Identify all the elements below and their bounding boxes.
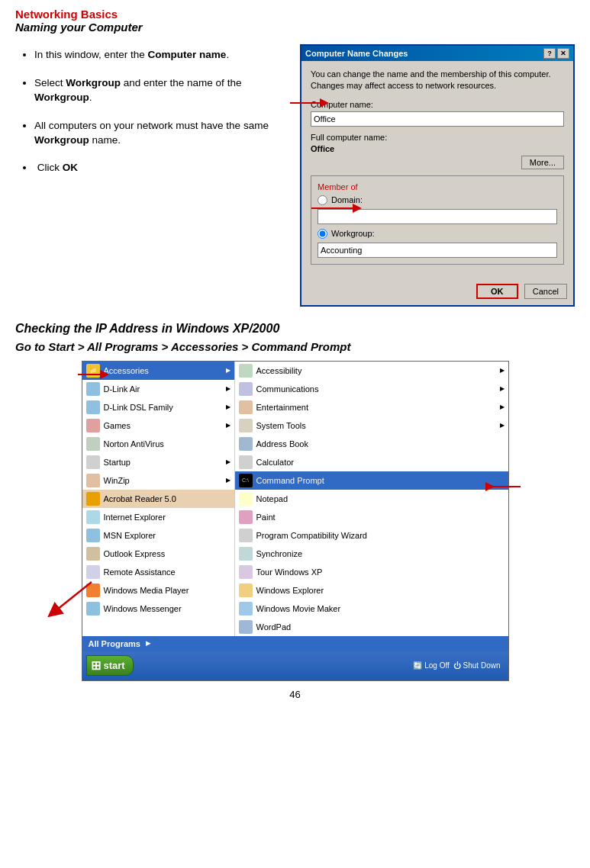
menu-item-explorer[interactable]: Windows Explorer	[235, 581, 508, 600]
log-off-btn[interactable]: 🔄 Log Off	[413, 661, 449, 670]
bullet-2: Select Workgroup and enter the name of t…	[34, 76, 285, 105]
start-label: start	[104, 660, 125, 671]
xp-menu: 📁 Accessories ▶ D-Link Air ▶ D-Link DSL …	[82, 361, 509, 681]
computer-name-input[interactable]	[311, 111, 564, 127]
arrow-accessories	[74, 367, 112, 382]
shut-down-btn[interactable]: ⏻ Shut Down	[453, 661, 501, 670]
svg-line-9	[53, 582, 92, 612]
member-of-box: Member of Domain: Workgroup:	[311, 175, 564, 265]
menu-item-accessibility[interactable]: Accessibility ▶	[235, 362, 508, 380]
menu-item-dlink-air[interactable]: D-Link Air ▶	[82, 380, 234, 398]
menu-area: 📁 Accessories ▶ D-Link Air ▶ D-Link DSL …	[15, 361, 575, 681]
menu-item-entertainment[interactable]: Entertainment ▶	[235, 398, 508, 416]
bullet-4: Click OK	[34, 161, 285, 175]
bullet-1: In this window, enter the Computer name.	[34, 48, 285, 63]
page-title-sub: Naming your Computer	[15, 21, 575, 34]
computer-name-label: Computer name:	[311, 100, 564, 109]
workgroup-input[interactable]	[318, 243, 557, 258]
dialog-container: Computer Name Changes ? ✕ You can change…	[300, 44, 575, 307]
close-button[interactable]: ✕	[557, 48, 569, 59]
menu-item-acrobat[interactable]: Acrobat Reader 5.0	[82, 490, 234, 508]
bullet-3: All computers on your network must have …	[34, 119, 285, 148]
arrow-computer-name	[286, 92, 332, 114]
page-title-networking: Networking Basics	[15, 8, 575, 21]
full-computer-name-value: Office	[311, 144, 564, 153]
menu-item-address-book[interactable]: Address Book	[235, 435, 508, 453]
arrow-command-prompt	[482, 479, 524, 494]
menu-item-compatibility[interactable]: Program Compatibility Wizard	[235, 526, 508, 545]
menu-item-msn[interactable]: MSN Explorer	[82, 526, 234, 545]
taskbar: ⊞ start 🔄 Log Off ⏻ Shut Down	[82, 651, 508, 680]
menu-item-dlink-dsl[interactable]: D-Link DSL Family ▶	[82, 398, 234, 416]
all-programs-bar[interactable]: All Programs ▶	[82, 636, 508, 651]
windows-logo-icon: ⊞	[91, 658, 101, 673]
section2-heading: Checking the IP Address in Windows XP/20…	[15, 322, 575, 336]
help-button[interactable]: ?	[543, 48, 556, 59]
section3-subheading: Go to Start > All Programs > Accessories…	[15, 340, 575, 353]
titlebar-buttons: ? ✕	[543, 48, 569, 59]
menu-item-calculator[interactable]: Calculator	[235, 453, 508, 471]
menu-item-command-prompt[interactable]: C:\ Command Prompt	[235, 471, 508, 490]
menu-item-outlook[interactable]: Outlook Express	[82, 545, 234, 563]
menu-item-synchronize[interactable]: Synchronize	[235, 545, 508, 563]
menu-item-paint[interactable]: Paint	[235, 508, 508, 526]
all-programs-arrow: ▶	[146, 640, 150, 647]
menu-item-norton[interactable]: Norton AntiVirus	[82, 435, 234, 453]
dialog-description: You can change the name and the membersh…	[311, 69, 564, 92]
page-number: 46	[15, 689, 575, 700]
member-of-label: Member of	[318, 182, 557, 191]
menu-item-system-tools[interactable]: System Tools ▶	[235, 416, 508, 435]
bullets-section: In this window, enter the Computer name.…	[15, 44, 285, 307]
more-button[interactable]: More...	[521, 156, 564, 169]
menu-item-tour[interactable]: Tour Windows XP	[235, 563, 508, 581]
ok-button[interactable]: OK	[476, 284, 518, 299]
menu-panels: 📁 Accessories ▶ D-Link Air ▶ D-Link DSL …	[82, 362, 508, 636]
dialog-titlebar: Computer Name Changes ? ✕	[301, 46, 573, 61]
menu-item-notepad[interactable]: Notepad	[235, 490, 508, 508]
dialog-bottom-buttons: OK Cancel	[301, 280, 573, 305]
menu-item-ie[interactable]: Internet Explorer	[82, 508, 234, 526]
workgroup-radio-row: Workgroup:	[318, 229, 557, 239]
menu-left-panel: 📁 Accessories ▶ D-Link Air ▶ D-Link DSL …	[82, 362, 235, 636]
taskbar-right: 🔄 Log Off ⏻ Shut Down	[137, 661, 505, 670]
workgroup-radio[interactable]	[318, 229, 327, 239]
menu-item-winzip[interactable]: WinZip ▶	[82, 471, 234, 490]
arrow-workgroup	[308, 197, 369, 220]
menu-item-wordpad[interactable]: WordPad	[235, 618, 508, 636]
menu-item-remote[interactable]: Remote Assistance	[82, 563, 234, 581]
menu-item-movie-maker[interactable]: Windows Movie Maker	[235, 600, 508, 618]
workgroup-label: Workgroup:	[331, 229, 375, 238]
menu-item-games[interactable]: Games ▶	[82, 416, 234, 435]
menu-item-startup[interactable]: Startup ▶	[82, 453, 234, 471]
dialog-window: Computer Name Changes ? ✕ You can change…	[300, 44, 575, 307]
arrow-start-bottom	[38, 574, 99, 620]
full-computer-name-label: Full computer name:	[311, 133, 564, 142]
menu-item-wmp[interactable]: Windows Media Player	[82, 581, 234, 600]
menu-item-communications[interactable]: Communications ▶	[235, 380, 508, 398]
menu-right-panel: Accessibility ▶ Communications ▶ Enterta…	[235, 362, 508, 636]
start-button[interactable]: ⊞ start	[86, 655, 134, 676]
all-programs-label: All Programs	[89, 639, 140, 648]
dialog-title: Computer Name Changes	[305, 49, 408, 58]
menu-item-messenger[interactable]: Windows Messenger	[82, 600, 234, 618]
cancel-button[interactable]: Cancel	[524, 284, 567, 299]
